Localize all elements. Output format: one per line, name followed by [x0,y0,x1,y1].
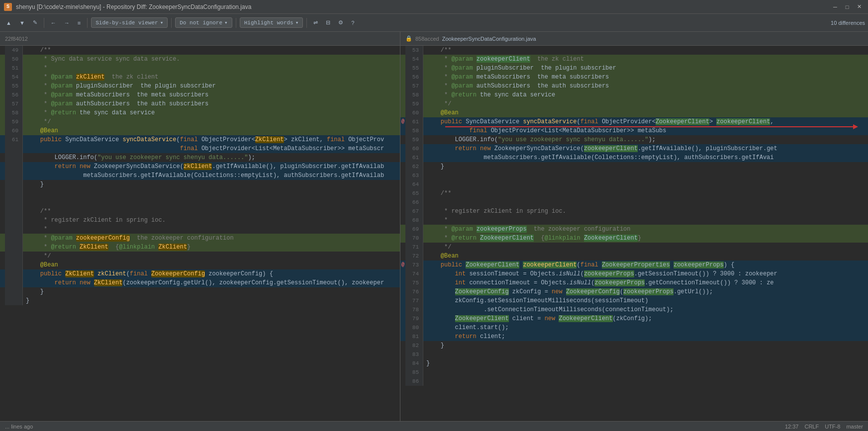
right-file-name: ZookeeperSyncDataConfiguration.java [442,36,536,42]
change-marker [400,207,405,216]
line-content: * @param metaSubscribers the meta subscr… [23,90,400,99]
table-row: } [0,287,400,296]
left-code-scroll[interactable]: 49 /** 50 * Sync data service sync data … [0,46,400,421]
table-row: } [0,180,400,189]
line-content: * register zkClient in spring ioc. [23,216,400,225]
table-row: 49 /** [0,46,400,55]
table-row: metaSubscribers.getIfAvailable(Collectio… [0,171,400,180]
change-marker [400,305,405,314]
line-number: 61 [5,135,23,144]
line-number: 60 [405,144,423,153]
table-row: * @param zookeeperConfig the zookeeper c… [0,234,400,243]
change-marker [0,64,5,73]
line-content: * @param metaSubscribers the meta subscr… [423,73,868,82]
line-number [5,234,23,243]
line-content: return client; [423,332,868,341]
line-number: 63 [405,171,423,180]
line-number: 70 [405,234,423,243]
nav-up-button[interactable]: ▲ [3,18,14,27]
line-content: * Sync data service sync data service. [23,55,400,64]
right-code-scroll[interactable]: 53 /** 54 * @param zookeeperClient the z… [400,46,868,421]
left-file-header: 22f84012 [0,32,400,45]
window-controls: ─ □ ✕ [830,3,864,11]
table-row: 67 * register zkClient in spring ioc. [400,207,868,216]
lock-icon: 🔒 [405,35,412,42]
minimize-button[interactable]: ─ [830,3,840,11]
table-row: 61 metaSubscribers.getIfAvailable(Collec… [400,153,868,162]
change-marker [0,207,5,216]
forward-button[interactable]: → [61,18,73,27]
change-marker [0,171,5,180]
table-row: 86 [400,377,868,386]
change-marker [0,46,5,55]
change-marker [400,189,405,198]
line-number: 65 [405,189,423,198]
viewer-dropdown[interactable]: Side-by-side viewer ▾ [91,17,168,28]
line-content: * @param authSubscribers the auth subscr… [23,99,400,108]
close-button[interactable]: ✕ [854,3,864,11]
differences-count: 10 differences [831,20,865,26]
line-content: * @param zkClient the zk client [23,73,400,82]
change-marker [0,99,5,108]
back-button[interactable]: ← [48,18,59,27]
menu-button[interactable]: ≡ [75,18,84,27]
change-marker [400,135,405,144]
gear-button[interactable]: ⚙ [335,18,346,27]
line-number: 60 [405,108,423,117]
line-content [423,180,868,189]
line-number: 56 [5,90,23,99]
line-number [5,207,23,216]
status-right: 12:37 CRLF UTF-8 master [785,424,863,430]
line-content: /** [423,189,868,198]
change-marker [0,243,5,252]
table-row: 81 return client; [400,332,868,341]
title-bar: S shenyu [D:\code\z-mine\shenyu] - Repos… [0,0,868,14]
change-marker [0,296,5,305]
line-content [423,377,868,386]
table-row: 84 } [400,359,868,368]
change-marker [400,287,405,296]
table-row: 58 * @return the sync data service [0,108,400,117]
line-content: zkConfig.setSessionTimeoutMilliseconds(s… [423,296,868,305]
settings-button[interactable]: ⇌ [310,18,321,27]
change-marker [400,198,405,207]
line-content: * @return the sync data service [423,90,868,99]
table-row: 57 * @param authSubscribers the auth sub… [400,82,868,90]
line-number: 55 [405,64,423,73]
change-marker [400,64,405,73]
line-content: public SyncDataService syncDataService(f… [423,117,868,126]
panel-button[interactable]: ⊟ [323,18,333,27]
table-row: 70 * @return ZookeeperClient {@linkplain… [400,234,868,243]
edit-button[interactable]: ✎ [30,18,40,27]
line-number: 64 [405,180,423,189]
help-button[interactable]: ? [348,18,357,27]
maximize-button[interactable]: □ [842,3,852,11]
line-number: 60 [5,126,23,135]
line-number: 79 [405,314,423,323]
line-number: 55 [5,82,23,90]
line-number: 57 [5,99,23,108]
nav-down-button[interactable]: ▼ [16,18,28,27]
line-number: 78 [405,305,423,314]
ignore-dropdown[interactable]: Do not ignore ▾ [175,17,232,28]
line-number: 73 [405,260,423,269]
line-number: 86 [405,377,423,386]
highlight-dropdown[interactable]: Highlight words ▾ [240,17,303,28]
line-content: metaSubscribers.getIfAvailable(Collectio… [423,153,868,162]
line-number: 58 [405,90,423,99]
line-number: 58 [5,108,23,117]
toolbar: ▲ ▼ ✎ ← → ≡ Side-by-side viewer ▾ Do not… [0,14,868,32]
change-marker [400,55,405,64]
change-marker [400,216,405,225]
line-number: 61 [405,117,423,126]
status-branch[interactable]: master [846,424,863,430]
table-row: 85 [400,368,868,377]
change-marker [0,252,5,260]
line-content: @Bean [423,108,868,117]
change-marker [0,225,5,234]
line-content: /** [423,46,868,55]
table-row: return new ZkClient(zookeeperConfig.getU… [0,278,400,287]
table-row: 62 } [400,162,868,171]
table-row: /** [0,207,400,216]
change-marker [0,126,5,135]
